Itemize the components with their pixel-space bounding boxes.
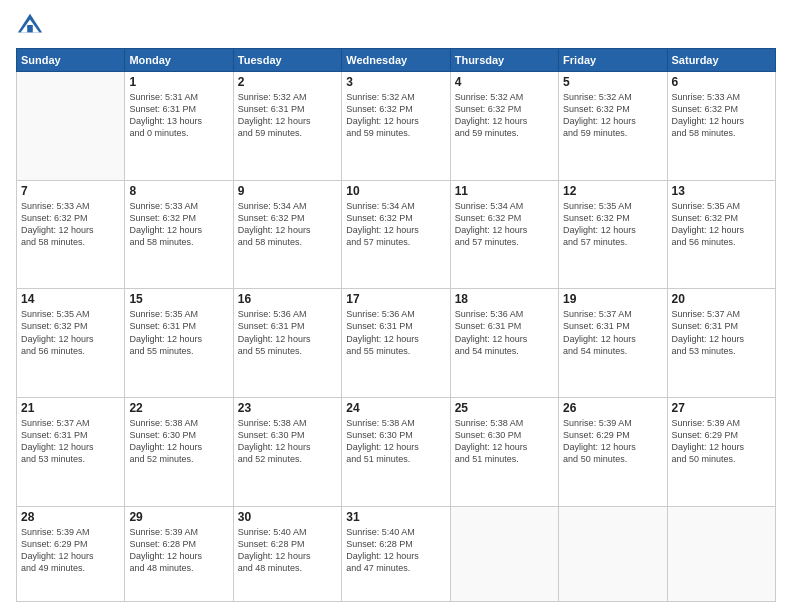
day-number: 21: [21, 401, 120, 415]
day-number: 13: [672, 184, 771, 198]
day-info: Sunrise: 5:34 AM Sunset: 6:32 PM Dayligh…: [238, 200, 337, 249]
calendar-cell: [17, 72, 125, 181]
day-info: Sunrise: 5:40 AM Sunset: 6:28 PM Dayligh…: [346, 526, 445, 575]
calendar-cell: 4Sunrise: 5:32 AM Sunset: 6:32 PM Daylig…: [450, 72, 558, 181]
day-number: 28: [21, 510, 120, 524]
day-info: Sunrise: 5:32 AM Sunset: 6:31 PM Dayligh…: [238, 91, 337, 140]
day-number: 23: [238, 401, 337, 415]
calendar-cell: 8Sunrise: 5:33 AM Sunset: 6:32 PM Daylig…: [125, 180, 233, 289]
day-info: Sunrise: 5:37 AM Sunset: 6:31 PM Dayligh…: [563, 308, 662, 357]
day-number: 27: [672, 401, 771, 415]
day-info: Sunrise: 5:36 AM Sunset: 6:31 PM Dayligh…: [238, 308, 337, 357]
day-info: Sunrise: 5:35 AM Sunset: 6:32 PM Dayligh…: [21, 308, 120, 357]
day-number: 25: [455, 401, 554, 415]
day-number: 1: [129, 75, 228, 89]
day-number: 9: [238, 184, 337, 198]
day-number: 4: [455, 75, 554, 89]
weekday-header-thursday: Thursday: [450, 49, 558, 72]
logo: [16, 12, 48, 40]
day-info: Sunrise: 5:34 AM Sunset: 6:32 PM Dayligh…: [346, 200, 445, 249]
day-info: Sunrise: 5:38 AM Sunset: 6:30 PM Dayligh…: [455, 417, 554, 466]
weekday-header-wednesday: Wednesday: [342, 49, 450, 72]
calendar-cell: 10Sunrise: 5:34 AM Sunset: 6:32 PM Dayli…: [342, 180, 450, 289]
calendar-cell: 3Sunrise: 5:32 AM Sunset: 6:32 PM Daylig…: [342, 72, 450, 181]
calendar-cell: 5Sunrise: 5:32 AM Sunset: 6:32 PM Daylig…: [559, 72, 667, 181]
weekday-header-monday: Monday: [125, 49, 233, 72]
day-number: 18: [455, 292, 554, 306]
weekday-header-row: SundayMondayTuesdayWednesdayThursdayFrid…: [17, 49, 776, 72]
calendar-cell: 22Sunrise: 5:38 AM Sunset: 6:30 PM Dayli…: [125, 397, 233, 506]
day-number: 26: [563, 401, 662, 415]
day-info: Sunrise: 5:39 AM Sunset: 6:28 PM Dayligh…: [129, 526, 228, 575]
day-info: Sunrise: 5:33 AM Sunset: 6:32 PM Dayligh…: [672, 91, 771, 140]
day-number: 30: [238, 510, 337, 524]
calendar-cell: 13Sunrise: 5:35 AM Sunset: 6:32 PM Dayli…: [667, 180, 775, 289]
calendar-cell: 14Sunrise: 5:35 AM Sunset: 6:32 PM Dayli…: [17, 289, 125, 398]
day-number: 14: [21, 292, 120, 306]
day-number: 5: [563, 75, 662, 89]
calendar-cell: 28Sunrise: 5:39 AM Sunset: 6:29 PM Dayli…: [17, 506, 125, 601]
calendar-table: SundayMondayTuesdayWednesdayThursdayFrid…: [16, 48, 776, 602]
day-number: 15: [129, 292, 228, 306]
calendar-cell: 30Sunrise: 5:40 AM Sunset: 6:28 PM Dayli…: [233, 506, 341, 601]
day-number: 12: [563, 184, 662, 198]
day-info: Sunrise: 5:33 AM Sunset: 6:32 PM Dayligh…: [21, 200, 120, 249]
day-number: 8: [129, 184, 228, 198]
day-number: 29: [129, 510, 228, 524]
day-number: 19: [563, 292, 662, 306]
week-row-1: 7Sunrise: 5:33 AM Sunset: 6:32 PM Daylig…: [17, 180, 776, 289]
calendar-cell: 24Sunrise: 5:38 AM Sunset: 6:30 PM Dayli…: [342, 397, 450, 506]
day-info: Sunrise: 5:37 AM Sunset: 6:31 PM Dayligh…: [21, 417, 120, 466]
day-info: Sunrise: 5:40 AM Sunset: 6:28 PM Dayligh…: [238, 526, 337, 575]
day-info: Sunrise: 5:35 AM Sunset: 6:32 PM Dayligh…: [672, 200, 771, 249]
calendar-cell: 15Sunrise: 5:35 AM Sunset: 6:31 PM Dayli…: [125, 289, 233, 398]
day-number: 24: [346, 401, 445, 415]
day-info: Sunrise: 5:38 AM Sunset: 6:30 PM Dayligh…: [346, 417, 445, 466]
page: SundayMondayTuesdayWednesdayThursdayFrid…: [0, 0, 792, 612]
calendar-cell: 2Sunrise: 5:32 AM Sunset: 6:31 PM Daylig…: [233, 72, 341, 181]
day-number: 3: [346, 75, 445, 89]
day-number: 20: [672, 292, 771, 306]
week-row-3: 21Sunrise: 5:37 AM Sunset: 6:31 PM Dayli…: [17, 397, 776, 506]
day-info: Sunrise: 5:34 AM Sunset: 6:32 PM Dayligh…: [455, 200, 554, 249]
day-info: Sunrise: 5:35 AM Sunset: 6:32 PM Dayligh…: [563, 200, 662, 249]
day-number: 2: [238, 75, 337, 89]
logo-icon: [16, 12, 44, 40]
day-info: Sunrise: 5:37 AM Sunset: 6:31 PM Dayligh…: [672, 308, 771, 357]
week-row-0: 1Sunrise: 5:31 AM Sunset: 6:31 PM Daylig…: [17, 72, 776, 181]
calendar-cell: 25Sunrise: 5:38 AM Sunset: 6:30 PM Dayli…: [450, 397, 558, 506]
day-info: Sunrise: 5:39 AM Sunset: 6:29 PM Dayligh…: [672, 417, 771, 466]
calendar-cell: 16Sunrise: 5:36 AM Sunset: 6:31 PM Dayli…: [233, 289, 341, 398]
calendar-cell: [450, 506, 558, 601]
calendar-cell: 20Sunrise: 5:37 AM Sunset: 6:31 PM Dayli…: [667, 289, 775, 398]
day-info: Sunrise: 5:32 AM Sunset: 6:32 PM Dayligh…: [346, 91, 445, 140]
calendar-cell: 6Sunrise: 5:33 AM Sunset: 6:32 PM Daylig…: [667, 72, 775, 181]
weekday-header-tuesday: Tuesday: [233, 49, 341, 72]
day-info: Sunrise: 5:39 AM Sunset: 6:29 PM Dayligh…: [21, 526, 120, 575]
day-info: Sunrise: 5:36 AM Sunset: 6:31 PM Dayligh…: [455, 308, 554, 357]
day-info: Sunrise: 5:31 AM Sunset: 6:31 PM Dayligh…: [129, 91, 228, 140]
day-number: 6: [672, 75, 771, 89]
calendar-cell: 7Sunrise: 5:33 AM Sunset: 6:32 PM Daylig…: [17, 180, 125, 289]
calendar-cell: [559, 506, 667, 601]
calendar-cell: 26Sunrise: 5:39 AM Sunset: 6:29 PM Dayli…: [559, 397, 667, 506]
day-info: Sunrise: 5:38 AM Sunset: 6:30 PM Dayligh…: [238, 417, 337, 466]
calendar-cell: 18Sunrise: 5:36 AM Sunset: 6:31 PM Dayli…: [450, 289, 558, 398]
calendar-cell: 31Sunrise: 5:40 AM Sunset: 6:28 PM Dayli…: [342, 506, 450, 601]
calendar-cell: 12Sunrise: 5:35 AM Sunset: 6:32 PM Dayli…: [559, 180, 667, 289]
day-info: Sunrise: 5:38 AM Sunset: 6:30 PM Dayligh…: [129, 417, 228, 466]
day-info: Sunrise: 5:39 AM Sunset: 6:29 PM Dayligh…: [563, 417, 662, 466]
day-info: Sunrise: 5:32 AM Sunset: 6:32 PM Dayligh…: [455, 91, 554, 140]
week-row-2: 14Sunrise: 5:35 AM Sunset: 6:32 PM Dayli…: [17, 289, 776, 398]
day-info: Sunrise: 5:33 AM Sunset: 6:32 PM Dayligh…: [129, 200, 228, 249]
day-number: 11: [455, 184, 554, 198]
weekday-header-saturday: Saturday: [667, 49, 775, 72]
weekday-header-friday: Friday: [559, 49, 667, 72]
day-number: 16: [238, 292, 337, 306]
day-info: Sunrise: 5:36 AM Sunset: 6:31 PM Dayligh…: [346, 308, 445, 357]
day-number: 17: [346, 292, 445, 306]
day-number: 7: [21, 184, 120, 198]
day-info: Sunrise: 5:35 AM Sunset: 6:31 PM Dayligh…: [129, 308, 228, 357]
calendar-cell: 17Sunrise: 5:36 AM Sunset: 6:31 PM Dayli…: [342, 289, 450, 398]
calendar-cell: 19Sunrise: 5:37 AM Sunset: 6:31 PM Dayli…: [559, 289, 667, 398]
